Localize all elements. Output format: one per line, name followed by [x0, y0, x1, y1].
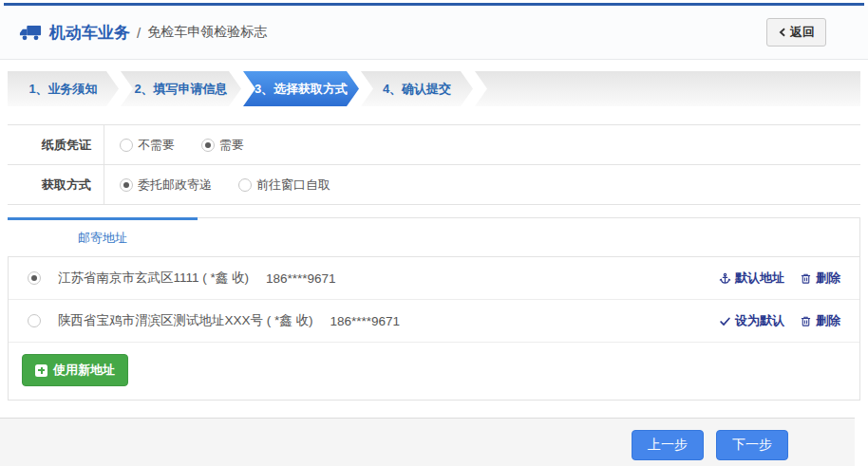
radio-option-label: 需要: [219, 137, 244, 154]
trash-icon: [800, 315, 812, 327]
radio-button[interactable]: [201, 139, 215, 152]
radio-option-no-need[interactable]: 不需要: [120, 137, 175, 154]
step-progress-bar: 1、业务须知 2、填写申请信息 3、选择获取方式 4、确认提交: [8, 71, 860, 106]
breadcrumb-separator: /: [137, 25, 141, 41]
address-panel-tabbar: 邮寄地址: [9, 218, 859, 257]
radio-option-label: 不需要: [138, 137, 175, 154]
radio-button[interactable]: [238, 178, 252, 192]
page-header: 机动车业务 / 免检车申领检验标志 返回: [0, 6, 868, 60]
address-actions: 默认地址 删除: [719, 270, 840, 287]
radio-option-postal-delivery[interactable]: 委托邮政寄递: [120, 177, 212, 194]
delivery-options-form: 纸质凭证 不需要 需要 获取方式 委托邮政寄递 前往窗口自取: [8, 124, 860, 205]
back-button[interactable]: 返回: [766, 18, 826, 47]
radio-button[interactable]: [120, 178, 133, 192]
delete-address-label: 删除: [816, 270, 840, 287]
set-default-link[interactable]: 设为默认: [719, 312, 784, 329]
radio-button[interactable]: [120, 139, 133, 152]
radio-option-label: 前往窗口自取: [256, 177, 330, 194]
address-phone: 186****9671: [330, 314, 401, 328]
delivery-method-label: 获取方式: [8, 165, 104, 204]
plus-square-icon: [35, 364, 47, 377]
previous-step-button[interactable]: 上一步: [632, 430, 704, 460]
back-button-label: 返回: [790, 24, 815, 41]
new-address-area: 使用新地址: [9, 343, 859, 400]
address-text: 陕西省宝鸡市渭滨区测试地址XXX号 ( *鑫 收): [58, 312, 313, 329]
delete-address-link[interactable]: 删除: [800, 312, 840, 329]
use-new-address-label: 使用新地址: [53, 362, 115, 379]
page-title: 机动车业务: [49, 22, 130, 44]
form-row-delivery-method: 获取方式 委托邮政寄递 前往窗口自取: [8, 165, 860, 205]
trash-icon: [800, 272, 812, 285]
address-row-1: 江苏省南京市玄武区1111 ( *鑫 收) 186****9671 默认地址: [9, 257, 859, 300]
radio-option-need[interactable]: 需要: [201, 137, 244, 154]
radio-option-window-pickup[interactable]: 前往窗口自取: [238, 177, 330, 194]
form-row-paper-certificate: 纸质凭证 不需要 需要: [8, 125, 860, 165]
paper-certificate-options: 不需要 需要: [104, 125, 244, 164]
address-actions: 设为默认 删除: [719, 312, 840, 329]
set-default-label: 设为默认: [735, 312, 784, 329]
delivery-method-options: 委托邮政寄递 前往窗口自取: [104, 165, 330, 204]
address-text: 江苏省南京市玄武区1111 ( *鑫 收): [58, 270, 249, 287]
step-tab-3-delivery-method-active[interactable]: 3、选择获取方式: [243, 71, 359, 106]
step-bar-filler: [475, 71, 860, 106]
check-icon: [719, 315, 731, 327]
address-radio-button[interactable]: [28, 314, 41, 327]
default-address-link[interactable]: 默认地址: [719, 270, 784, 287]
delete-address-label: 删除: [816, 312, 840, 329]
tab-mailing-address[interactable]: 邮寄地址: [8, 217, 198, 256]
anchor-icon: [719, 272, 731, 285]
next-step-button[interactable]: 下一步: [716, 430, 788, 460]
address-radio-button[interactable]: [28, 271, 41, 285]
paper-certificate-label: 纸质凭证: [8, 125, 104, 164]
truck-icon: [19, 24, 42, 42]
default-address-label: 默认地址: [735, 270, 784, 287]
wizard-footer: 上一步 下一步: [0, 418, 855, 466]
breadcrumb-current-service: 免检车申领检验标志: [147, 24, 267, 41]
step-tab-2-application-info[interactable]: 2、填写申请信息: [121, 71, 241, 106]
step-tab-4-confirm-submit[interactable]: 4、确认提交: [361, 71, 473, 106]
address-phone: 186****9671: [266, 271, 336, 286]
step-tab-1-notice[interactable]: 1、业务须知: [8, 71, 119, 106]
chevron-left-icon: [778, 28, 787, 37]
use-new-address-button[interactable]: 使用新地址: [22, 354, 128, 386]
delete-address-link[interactable]: 删除: [800, 270, 840, 287]
mailing-address-panel: 邮寄地址 江苏省南京市玄武区1111 ( *鑫 收) 186****9671 默…: [8, 217, 860, 401]
address-row-2: 陕西省宝鸡市渭滨区测试地址XXX号 ( *鑫 收) 186****9671 设为…: [9, 300, 859, 343]
radio-option-label: 委托邮政寄递: [138, 177, 212, 194]
